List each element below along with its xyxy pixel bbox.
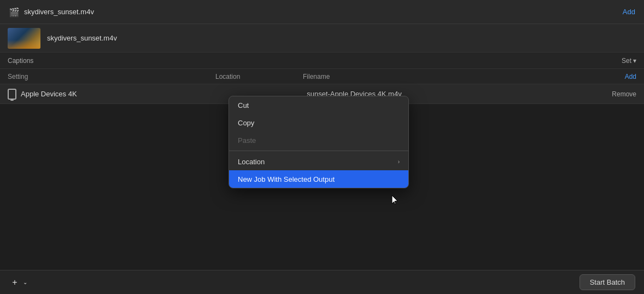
set-label: Set xyxy=(622,57,631,65)
add-job-chevron[interactable]: ⌄ xyxy=(23,279,27,285)
table-add-button[interactable]: Add xyxy=(625,73,636,80)
table-header: Setting Location Filename Add xyxy=(0,69,644,84)
th-setting: Setting xyxy=(8,73,215,80)
menu-item-copy[interactable]: Copy xyxy=(229,114,408,131)
title-bar: 🎬 skydivers_sunset.m4v Add xyxy=(0,0,644,24)
file-name: skydivers_sunset.m4v xyxy=(47,34,117,42)
add-job-button[interactable]: + xyxy=(9,278,21,287)
captions-header: Captions Set ▾ xyxy=(0,53,644,69)
title-add-button[interactable]: Add xyxy=(623,8,635,16)
menu-item-location[interactable]: Location › xyxy=(229,153,408,170)
bottom-bar: + ⌄ Start Batch xyxy=(0,270,644,294)
menu-item-cut[interactable]: Cut xyxy=(229,96,408,114)
file-thumbnail xyxy=(8,28,40,49)
menu-item-new-job[interactable]: New Job With Selected Output xyxy=(229,170,408,188)
th-filename: Filename xyxy=(303,73,625,80)
set-chevron: ▾ xyxy=(633,57,636,65)
th-location: Location xyxy=(215,73,303,80)
title-bar-left: 🎬 skydivers_sunset.m4v xyxy=(9,7,94,17)
remove-button[interactable]: Remove xyxy=(612,90,636,98)
td-setting: Apple Devices 4K xyxy=(8,89,215,100)
menu-item-paste: Paste xyxy=(229,131,408,149)
menu-separator xyxy=(229,151,408,151)
bottom-left-controls: + ⌄ xyxy=(9,278,27,287)
start-batch-button[interactable]: Start Batch xyxy=(579,274,635,290)
captions-label: Captions xyxy=(8,57,33,65)
device-icon xyxy=(8,89,16,100)
app-icon: 🎬 xyxy=(9,7,19,17)
window-title: skydivers_sunset.m4v xyxy=(24,8,94,16)
set-button[interactable]: Set ▾ xyxy=(622,57,636,65)
file-row: skydivers_sunset.m4v xyxy=(0,24,644,53)
setting-name: Apple Devices 4K xyxy=(21,90,77,98)
submenu-arrow: › xyxy=(398,159,400,165)
context-menu: Cut Copy Paste Location › New Job With S… xyxy=(229,96,409,188)
